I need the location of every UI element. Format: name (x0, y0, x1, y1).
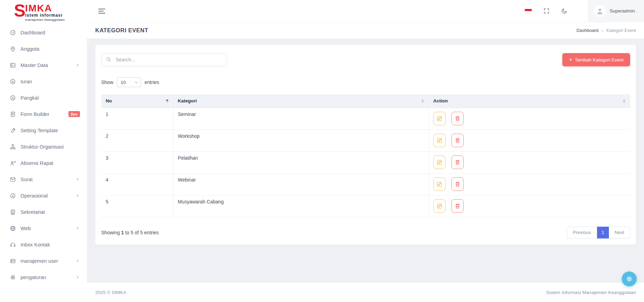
cell-action (429, 151, 630, 173)
dark-mode-button[interactable] (561, 8, 568, 14)
sidebar-item-label: Web (21, 226, 31, 231)
cell-action (429, 108, 630, 129)
page-content: + Tambah Kategori Event Show 10 entries (87, 39, 644, 282)
sidebar-item-surat[interactable]: Surat (0, 171, 87, 187)
pencil-square-icon (436, 137, 443, 144)
sidebar-item-web[interactable]: Web (0, 220, 87, 236)
pagination-page-1-button[interactable]: 1 (597, 227, 609, 238)
breadcrumb-separator-icon: › (602, 28, 603, 33)
sidebar-item-label: Surat (21, 177, 33, 182)
chevron-right-icon (75, 193, 80, 198)
building-icon (10, 209, 16, 215)
user-menu[interactable]: Superadmin (588, 0, 644, 22)
search-input[interactable] (101, 53, 227, 66)
main-column: Superadmin KATEGORI EVENT Dashboard › Ka… (87, 0, 644, 302)
sort-icon (421, 99, 424, 103)
sidebar-item-label: manajemen user (21, 258, 58, 264)
table-row: 5 Musyawarah Cabang (101, 195, 630, 217)
avatar (594, 5, 606, 17)
settings-fab[interactable] (622, 271, 637, 286)
fullscreen-icon (543, 8, 550, 14)
edit-button[interactable] (433, 199, 446, 213)
sidebar-item-struktur-organisasi[interactable]: Struktur Organisasi (0, 139, 87, 155)
dollar-circle-icon: $ (10, 95, 16, 101)
sidebar-item-sekretariat[interactable]: Sekretariat (0, 204, 87, 220)
svg-text:$: $ (12, 194, 14, 197)
sidebar-item-label: Form Builder (21, 111, 49, 117)
dev-badge: Dev (68, 111, 80, 117)
brand-tagline-1: istem informasi (25, 13, 65, 18)
cell-kategori: Musyawarah Cabang (173, 195, 429, 217)
sidebar-item-absensi-rapat[interactable]: Absensi Rapat (0, 155, 87, 171)
table-row: 3 Pelatihan (101, 151, 630, 173)
sidebar-item-label: Anggota (21, 46, 39, 52)
user-voice-icon (10, 160, 16, 166)
pagination-next-button[interactable]: Next (609, 227, 630, 238)
show-label: Show (101, 79, 113, 85)
trash-icon (454, 203, 461, 209)
sidebar-item-pangkal[interactable]: $ Pangkal (0, 90, 87, 106)
pencil-square-icon (436, 115, 443, 122)
edit-button[interactable] (433, 177, 446, 191)
globe-icon (10, 225, 16, 232)
fullscreen-button[interactable] (543, 8, 550, 14)
sidebar-item-pengaturan[interactable]: pengaturan (0, 269, 87, 285)
pagination-previous-button[interactable]: Previous (567, 227, 597, 238)
sidebar-item-iuran[interactable]: $ Iuran (0, 73, 87, 90)
sidebar-item-anggota[interactable]: Anggota (0, 41, 87, 57)
sidebar-item-inbox-kontak[interactable]: Inbox Kontak (0, 236, 87, 253)
sidebar-item-label: Inbox Kontak (21, 242, 50, 248)
language-flag-button[interactable] (524, 9, 532, 14)
cell-no: 3 (101, 151, 173, 173)
sidebar-item-label: Operasional (21, 193, 48, 199)
column-header-kategori[interactable]: Kategori (173, 94, 429, 108)
entries-select[interactable]: 10 (117, 77, 141, 87)
flag-icon (524, 9, 532, 14)
breadcrumb-dashboard-link[interactable]: Dashboard (576, 28, 598, 33)
brand-logo[interactable]: S IMKA istem informasi manajemen keanggo… (0, 0, 87, 24)
delete-button[interactable] (451, 199, 464, 213)
delete-button[interactable] (451, 112, 464, 125)
column-header-action[interactable]: Action (429, 94, 630, 108)
topbar: Superadmin (87, 0, 644, 22)
footer: 2025 © SIMKA Sistem Informasi Manajemen … (87, 282, 644, 302)
add-kategori-event-button[interactable]: + Tambah Kategori Event (562, 53, 630, 66)
sitemap-icon (10, 144, 16, 150)
sidebar-item-manajemen-user[interactable]: manajemen user (0, 253, 87, 269)
edit-button[interactable] (433, 134, 446, 147)
dollar-circle-icon: $ (10, 78, 16, 85)
entries-label: entries (145, 79, 159, 85)
edit-button[interactable] (433, 112, 446, 125)
sidebar-item-label: pengaturan (21, 275, 46, 280)
chevron-right-icon (75, 177, 80, 182)
footer-app-name: Sistem Informasi Manajemen Keanggotaan (546, 290, 636, 295)
trash-icon (454, 159, 461, 166)
table-toolbar: + Tambah Kategori Event (101, 53, 630, 66)
brush-icon (10, 127, 16, 134)
sidebar-item-label: Dashboard (21, 30, 45, 35)
sidebar-item-label: Struktur Organisasi (21, 144, 64, 150)
sidebar-item-label: Pangkal (21, 95, 39, 101)
dollar-circle-icon: $ (10, 193, 16, 199)
cell-action (429, 195, 630, 217)
delete-button[interactable] (451, 156, 464, 169)
sidebar-item-operasional[interactable]: $ Operasional (0, 187, 87, 204)
svg-text:$: $ (12, 80, 14, 83)
table-row: 4 Webinar (101, 173, 630, 195)
sidebar-item-form-builder[interactable]: Form Builder Dev (0, 106, 87, 122)
sidebar-item-dashboard[interactable]: Dashboard (0, 24, 87, 41)
delete-button[interactable] (451, 134, 464, 147)
sidebar-item-setting-template[interactable]: Setting Template (0, 122, 87, 139)
edit-button[interactable] (433, 156, 446, 169)
cell-no: 4 (101, 173, 173, 195)
gauge-icon (10, 30, 16, 36)
sidebar-item-master-data[interactable]: Master Data (0, 57, 87, 73)
delete-button[interactable] (451, 177, 464, 191)
sidebar-item-label: Iuran (21, 79, 32, 84)
column-header-no[interactable]: No (101, 94, 173, 108)
sidebar-toggle-button[interactable] (98, 9, 105, 14)
entries-info: Showing 1 to 5 of 5 entries (101, 230, 159, 235)
kategori-event-card: + Tambah Kategori Event Show 10 entries (95, 45, 636, 245)
app-root: S IMKA istem informasi manajemen keanggo… (0, 0, 644, 302)
table-footer: Showing 1 to 5 of 5 entries Previous 1 N… (101, 227, 630, 238)
